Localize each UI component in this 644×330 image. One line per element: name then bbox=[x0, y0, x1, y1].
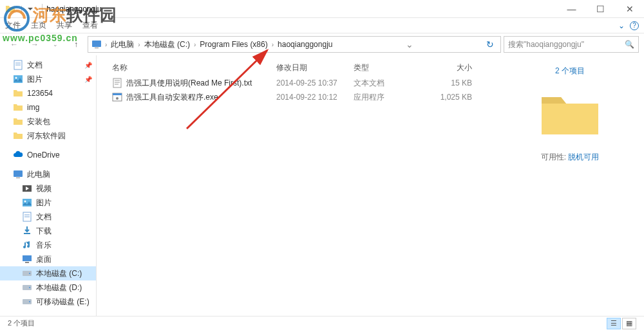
search-placeholder: 搜索"haoqianggongju" bbox=[508, 39, 584, 50]
file-type: 文本文档 bbox=[348, 78, 419, 89]
svg-point-29 bbox=[116, 97, 118, 100]
sidebar-item[interactable]: 下载 bbox=[0, 224, 96, 238]
refresh-icon[interactable]: ↻ bbox=[482, 39, 498, 50]
tree-label: 图片 bbox=[27, 74, 43, 85]
tree-label: 本地磁盘 (D:) bbox=[36, 282, 82, 293]
tab-share[interactable]: 共享 bbox=[57, 20, 72, 31]
pin-icon: 📌 bbox=[84, 76, 92, 83]
breadcrumb-item[interactable]: 本地磁盘 (C:) bbox=[140, 39, 194, 50]
ribbon: 文件 主页 共享 查看 ⌄ ? bbox=[0, 18, 644, 33]
sidebar-item[interactable]: 文档📌 bbox=[0, 58, 96, 72]
details-view-button[interactable]: ☰ bbox=[607, 318, 621, 329]
file-date: 2014-09-22 10:12 bbox=[271, 93, 348, 102]
sidebar-item[interactable]: 文档 bbox=[0, 210, 96, 224]
svg-rect-23 bbox=[113, 78, 121, 87]
svg-rect-5 bbox=[14, 75, 23, 83]
tab-view[interactable]: 查看 bbox=[82, 20, 98, 31]
sidebar-onedrive[interactable]: OneDrive bbox=[0, 148, 96, 162]
file-row[interactable]: 浩强工具自动安装程序.exe2014-09-22 10:12应用程序1,025 … bbox=[107, 90, 486, 104]
svg-rect-8 bbox=[16, 178, 20, 178]
tree-label: 音乐 bbox=[36, 240, 52, 251]
dropdown-icon[interactable]: ⌄ bbox=[402, 39, 417, 50]
sidebar-item[interactable]: 图片📌 bbox=[0, 72, 96, 86]
forward-button[interactable]: → bbox=[26, 36, 44, 53]
sidebar-item[interactable]: 本地磁盘 (D:) bbox=[0, 280, 96, 295]
col-header-date[interactable]: 修改日期 bbox=[271, 62, 348, 73]
main-area: 文档📌图片📌123654img安装包河东软件园 OneDrive 此电脑 视频图… bbox=[0, 55, 644, 316]
sidebar-item[interactable]: 音乐 bbox=[0, 238, 96, 252]
tree-label: 图片 bbox=[36, 197, 52, 208]
svg-rect-1 bbox=[95, 48, 99, 48]
pin-icon: 📌 bbox=[84, 62, 92, 69]
statusbar: 2 个项目 ☰ ▦ bbox=[0, 316, 644, 330]
status-text: 2 个项目 bbox=[8, 318, 35, 328]
svg-rect-0 bbox=[92, 41, 101, 47]
maximize-button[interactable]: ☐ bbox=[586, 0, 615, 18]
search-input[interactable]: 搜索"haoqianggongju" 🔍 bbox=[504, 36, 639, 53]
folder-preview-icon bbox=[539, 89, 601, 137]
svg-rect-15 bbox=[23, 255, 32, 261]
tree-label: 文档 bbox=[36, 212, 52, 223]
sidebar-item[interactable]: 桌面 bbox=[0, 252, 96, 266]
back-button[interactable]: ← bbox=[5, 36, 23, 53]
col-header-name[interactable]: 名称 bbox=[107, 62, 271, 73]
availability: 可用性: 脱机可用 bbox=[506, 152, 634, 163]
tree-label: 下载 bbox=[36, 226, 52, 237]
window-controls: — ☐ ✕ bbox=[557, 0, 644, 18]
avail-value: 脱机可用 bbox=[568, 152, 599, 161]
svg-rect-7 bbox=[14, 170, 23, 177]
content: 名称 修改日期 类型 大小 浩强工具使用说明(Read Me First).tx… bbox=[97, 55, 644, 316]
recent-dropdown[interactable]: ⌄ bbox=[46, 36, 64, 53]
tree-label: 此电脑 bbox=[27, 169, 50, 180]
tree-label: OneDrive bbox=[27, 151, 60, 160]
tree-label: 文档 bbox=[27, 60, 43, 71]
sidebar-item[interactable]: 河东软件园 bbox=[0, 129, 96, 143]
file-size: 15 KB bbox=[419, 78, 477, 87]
divider bbox=[42, 4, 43, 14]
breadcrumb[interactable]: › 此电脑 › 本地磁盘 (C:) › Program Files (x86) … bbox=[88, 36, 501, 53]
svg-point-11 bbox=[24, 201, 26, 203]
svg-point-20 bbox=[29, 287, 30, 288]
breadcrumb-item[interactable]: haoqianggongju bbox=[274, 40, 336, 49]
chevron-down-icon[interactable]: ⌄ bbox=[618, 21, 625, 30]
tree-label: img bbox=[27, 103, 39, 112]
minimize-button[interactable]: — bbox=[557, 0, 586, 18]
breadcrumb-item[interactable]: Program Files (x86) bbox=[196, 40, 271, 49]
tab-file[interactable]: 文件 bbox=[5, 20, 21, 31]
dropdown-icon[interactable] bbox=[25, 4, 35, 14]
sidebar-item[interactable]: 视频 bbox=[0, 181, 96, 196]
sidebar-item[interactable]: 本地磁盘 (C:) bbox=[0, 266, 96, 280]
file-type: 应用程序 bbox=[348, 92, 419, 103]
tab-home[interactable]: 主页 bbox=[31, 20, 46, 31]
help-icon[interactable]: ? bbox=[630, 21, 639, 30]
pc-icon bbox=[13, 169, 23, 179]
file-row[interactable]: 浩强工具使用说明(Read Me First).txt2014-09-25 10… bbox=[107, 76, 486, 90]
breadcrumb-item[interactable]: 此电脑 bbox=[107, 39, 138, 50]
tree-label: 可移动磁盘 (E:) bbox=[36, 297, 90, 307]
svg-rect-28 bbox=[113, 93, 122, 95]
sidebar-thispc[interactable]: 此电脑 bbox=[0, 167, 96, 181]
close-button[interactable]: ✕ bbox=[615, 0, 644, 18]
col-header-type[interactable]: 类型 bbox=[348, 62, 419, 73]
svg-rect-10 bbox=[23, 199, 32, 206]
view-switcher: ☰ ▦ bbox=[607, 318, 636, 329]
sidebar-item[interactable]: 图片 bbox=[0, 196, 96, 210]
avail-label: 可用性: bbox=[541, 152, 566, 161]
icons-view-button[interactable]: ▦ bbox=[622, 318, 636, 329]
up-button[interactable]: ↑ bbox=[67, 36, 85, 53]
sidebar-item[interactable]: img bbox=[0, 100, 96, 115]
svg-point-6 bbox=[15, 77, 17, 79]
tree-label: 123654 bbox=[27, 89, 53, 98]
file-list: 名称 修改日期 类型 大小 浩强工具使用说明(Read Me First).tx… bbox=[97, 55, 496, 316]
sidebar-item[interactable]: 安装包 bbox=[0, 115, 96, 129]
sidebar-item[interactable]: 123654 bbox=[0, 86, 96, 100]
qat-sep: | bbox=[21, 5, 23, 14]
pc-icon bbox=[91, 39, 102, 50]
search-icon[interactable]: 🔍 bbox=[625, 40, 634, 49]
col-header-size[interactable]: 大小 bbox=[419, 62, 477, 73]
tree-label: 本地磁盘 (C:) bbox=[36, 268, 82, 279]
file-name: 浩强工具使用说明(Read Me First).txt bbox=[107, 78, 271, 89]
sidebar-item[interactable]: 可移动磁盘 (E:) bbox=[0, 295, 96, 309]
tree-label: 河东软件园 bbox=[27, 131, 66, 142]
svg-rect-16 bbox=[25, 262, 29, 263]
